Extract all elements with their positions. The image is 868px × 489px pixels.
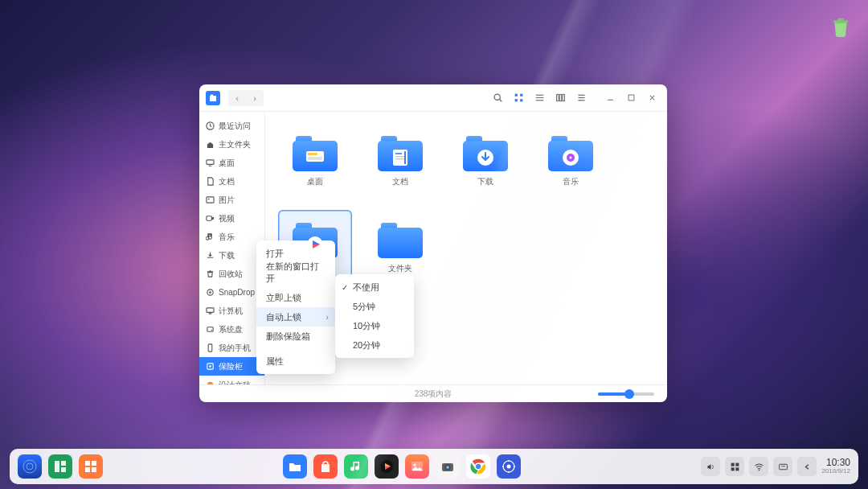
zoom-slider[interactable] xyxy=(598,392,654,396)
phone-icon xyxy=(206,343,215,352)
sidebar-item-vault[interactable]: 保险柜 xyxy=(199,357,264,376)
submenu-10m[interactable]: 10分钟 xyxy=(335,316,414,335)
dock-video[interactable] xyxy=(375,454,399,479)
tray-sound-icon[interactable] xyxy=(701,457,720,476)
sidebar-item-label: 计算机 xyxy=(219,306,243,317)
hamburger-menu-icon[interactable] xyxy=(572,89,590,107)
svg-rect-41 xyxy=(308,153,317,155)
sidebar-item-documents[interactable]: 文档 xyxy=(199,172,264,191)
svg-rect-83 xyxy=(780,464,788,470)
desktop: ‹ › 最近访问主文件夹桌面文档图片视频音乐下载回收站SnapDrop计算机系统… xyxy=(0,0,868,489)
menu-auto-lock[interactable]: 自动上锁 xyxy=(256,307,335,327)
desktop-trash-icon[interactable] xyxy=(825,11,857,43)
svg-rect-78 xyxy=(731,462,735,466)
titlebar: ‹ › xyxy=(199,84,667,112)
submenu-20m[interactable]: 20分钟 xyxy=(335,335,414,355)
sidebar-item-recent[interactable]: 最近访问 xyxy=(199,117,264,135)
svg-rect-2 xyxy=(210,96,216,101)
svg-rect-13 xyxy=(556,94,558,101)
svg-rect-7 xyxy=(520,94,522,97)
zoom-knob-icon[interactable] xyxy=(624,389,634,399)
column-view-button[interactable] xyxy=(551,89,569,107)
menu-delete-vault[interactable]: 删除保险箱 xyxy=(256,327,335,346)
menu-properties[interactable]: 属性 xyxy=(256,351,335,371)
status-text: 238项内容 xyxy=(415,388,452,400)
svg-rect-6 xyxy=(514,94,517,97)
sidebar-item-home[interactable]: 主文件夹 xyxy=(199,135,264,154)
sidebar-item-snapdrop[interactable]: SnapDrop xyxy=(199,283,264,302)
folder-icon xyxy=(293,136,338,171)
clock[interactable]: 10:30 2018/9/12 xyxy=(821,458,850,475)
snap-icon xyxy=(206,288,215,297)
sidebar-item-design[interactable]: 设计文稿 xyxy=(199,376,264,384)
close-button[interactable] xyxy=(643,89,661,107)
folder-icon xyxy=(378,223,423,258)
svg-point-64 xyxy=(414,464,416,466)
sidebar-item-sysdisk[interactable]: 系统盘 xyxy=(199,320,264,339)
svg-rect-1 xyxy=(837,18,844,21)
menu-open-new[interactable]: 在新的窗口打开 xyxy=(256,263,335,282)
svg-point-53 xyxy=(23,460,36,473)
svg-rect-55 xyxy=(55,461,59,472)
sidebar-item-label: SnapDrop xyxy=(219,288,255,297)
dock-camera[interactable] xyxy=(436,454,460,479)
svg-rect-45 xyxy=(395,156,405,158)
music-icon xyxy=(206,232,215,241)
sidebar-item-computer[interactable]: 计算机 xyxy=(199,302,264,320)
svg-rect-9 xyxy=(520,99,522,101)
folder-f-music[interactable]: 音乐 xyxy=(534,123,608,200)
icon-view-button[interactable] xyxy=(510,89,527,107)
submenu-5m[interactable]: 5分钟 xyxy=(335,297,414,316)
search-icon[interactable] xyxy=(489,89,506,107)
tray-wifi-icon[interactable] xyxy=(749,457,768,476)
sidebar-item-videos[interactable]: 视频 xyxy=(199,209,264,228)
dock-chrome[interactable] xyxy=(466,454,490,479)
sidebar-item-trash[interactable]: 回收站 xyxy=(199,265,264,283)
back-button[interactable]: ‹ xyxy=(228,90,246,106)
dock-settings[interactable] xyxy=(497,454,521,479)
sidebar-item-pictures[interactable]: 图片 xyxy=(199,191,264,209)
tray-chevron-icon[interactable] xyxy=(797,457,817,476)
sidebar-item-downloads[interactable]: 下载 xyxy=(199,246,264,265)
folder-f-downloads[interactable]: 下载 xyxy=(448,123,522,200)
doc-icon xyxy=(206,177,215,186)
clock-date: 2018/9/12 xyxy=(821,468,850,475)
desktop-icon xyxy=(206,158,215,167)
clock-icon xyxy=(206,121,215,130)
svg-point-37 xyxy=(209,365,211,368)
dock-multitask[interactable] xyxy=(48,454,72,479)
folder-label: 音乐 xyxy=(563,176,579,187)
svg-rect-26 xyxy=(207,197,214,203)
maximize-button[interactable] xyxy=(622,89,640,107)
submenu-none[interactable]: 不使用 xyxy=(335,277,414,297)
folder-icon xyxy=(293,223,338,258)
dock-files[interactable] xyxy=(283,454,307,479)
folder-f-docs[interactable]: 文档 xyxy=(363,123,437,200)
svg-rect-35 xyxy=(208,344,212,351)
dock-photos[interactable] xyxy=(405,454,429,479)
dock-apps[interactable] xyxy=(79,454,103,479)
svg-rect-46 xyxy=(395,158,405,160)
sidebar-item-label: 主文件夹 xyxy=(219,139,251,150)
sidebar-item-music[interactable]: 音乐 xyxy=(199,228,264,246)
sidebar-item-desktop[interactable]: 桌面 xyxy=(199,154,264,172)
dock-store[interactable] xyxy=(313,454,338,479)
dock-launcher[interactable] xyxy=(18,454,42,479)
image-icon xyxy=(206,195,215,204)
svg-rect-81 xyxy=(735,467,739,471)
tray-grid-icon[interactable] xyxy=(725,457,744,476)
list-view-button[interactable] xyxy=(530,89,548,107)
svg-rect-28 xyxy=(207,216,211,221)
sidebar-item-label: 音乐 xyxy=(219,232,235,243)
folder-f-desktop[interactable]: 桌面 xyxy=(278,123,352,200)
sidebar-item-phone[interactable]: 我的手机 xyxy=(199,339,264,357)
menu-lock-now[interactable]: 立即上锁 xyxy=(256,288,335,307)
tray-input-icon[interactable] xyxy=(773,457,792,476)
folder-label: 桌面 xyxy=(307,176,323,187)
minimize-button[interactable] xyxy=(601,89,619,107)
video-icon xyxy=(206,214,215,223)
forward-button[interactable]: › xyxy=(246,90,264,106)
download-icon xyxy=(206,251,215,260)
sidebar: 最近访问主文件夹桌面文档图片视频音乐下载回收站SnapDrop计算机系统盘我的手… xyxy=(199,112,265,384)
dock-music[interactable] xyxy=(344,454,368,479)
